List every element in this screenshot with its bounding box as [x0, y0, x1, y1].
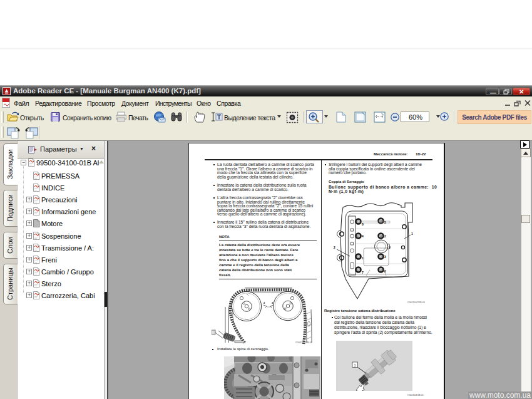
svg-text:2: 2 [263, 301, 265, 304]
svg-text:1: 1 [354, 363, 356, 367]
svg-text:9: 9 [389, 246, 391, 249]
svg-text:4: 4 [362, 234, 364, 238]
svg-text:2: 2 [384, 234, 386, 238]
svg-text:6: 6 [384, 269, 386, 273]
svg-text:5: 5 [384, 220, 386, 224]
svg-text:1: 1 [362, 256, 364, 260]
svg-text:7: 7 [362, 271, 364, 274]
svg-text:2: 2 [334, 246, 335, 249]
svg-text:3: 3 [384, 255, 386, 259]
svg-text:8: 8 [362, 222, 364, 226]
svg-text:1: 1 [411, 232, 413, 236]
